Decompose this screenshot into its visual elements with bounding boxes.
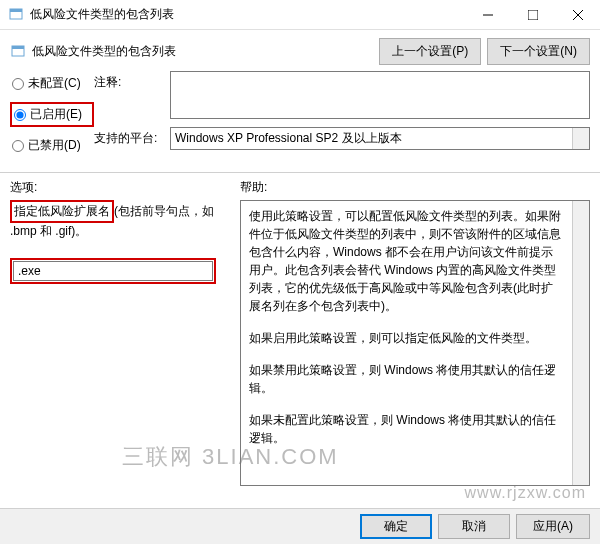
radio-disabled-input[interactable] [12, 140, 24, 152]
radio-not-configured-input[interactable] [12, 78, 24, 90]
radio-enabled-label: 已启用(E) [30, 106, 82, 123]
content-row: 指定低风险扩展名(包括前导句点，如 .bmp 和 .gif)。 使用此策略设置，… [0, 200, 600, 486]
header-section: 低风险文件类型的包含列表 上一个设置(P) 下一个设置(N) 未配置(C) 已启… [0, 30, 600, 166]
policy-icon [10, 44, 26, 60]
extension-label: 指定低风险扩展名 [10, 200, 114, 223]
platform-box: Windows XP Professional SP2 及以上版本 [170, 127, 590, 150]
state-radios: 未配置(C) 已启用(E) 已禁用(D) [10, 71, 94, 156]
next-setting-button[interactable]: 下一个设置(N) [487, 38, 590, 65]
radio-not-configured-label: 未配置(C) [28, 75, 81, 92]
comment-textarea[interactable] [170, 71, 590, 119]
maximize-button[interactable] [510, 0, 555, 29]
help-heading: 帮助: [240, 179, 590, 196]
help-paragraph: 如果禁用此策略设置，则 Windows 将使用其默认的信任逻辑。 [249, 361, 563, 397]
window-title: 低风险文件类型的包含列表 [30, 6, 465, 23]
svg-rect-7 [12, 46, 24, 49]
radio-disabled[interactable]: 已禁用(D) [10, 135, 94, 156]
extension-input-highlight [10, 258, 216, 284]
watermark-sub: www.rjzxw.com [465, 484, 586, 502]
cancel-button[interactable]: 取消 [438, 514, 510, 539]
window-controls [465, 0, 600, 29]
help-paragraph: 使用此策略设置，可以配置低风险文件类型的列表。如果附件位于低风险文件类型的列表中… [249, 207, 563, 315]
close-button[interactable] [555, 0, 600, 29]
platform-value: Windows XP Professional SP2 及以上版本 [175, 131, 402, 145]
svg-rect-1 [10, 9, 22, 12]
help-paragraph: 如果启用此策略设置，则可以指定低风险的文件类型。 [249, 329, 563, 347]
radio-enabled[interactable]: 已启用(E) [10, 102, 94, 127]
ok-button[interactable]: 确定 [360, 514, 432, 539]
help-panel: 使用此策略设置，可以配置低风险文件类型的列表。如果附件位于低风险文件类型的列表中… [240, 200, 590, 486]
radio-disabled-label: 已禁用(D) [28, 137, 81, 154]
minimize-button[interactable] [465, 0, 510, 29]
mid-labels: 选项: 帮助: [0, 173, 600, 200]
app-icon [8, 7, 24, 23]
apply-button[interactable]: 应用(A) [516, 514, 590, 539]
extension-input[interactable] [13, 261, 213, 281]
svg-rect-3 [528, 10, 538, 20]
radio-not-configured[interactable]: 未配置(C) [10, 73, 94, 94]
window-titlebar: 低风险文件类型的包含列表 [0, 0, 600, 30]
previous-setting-button[interactable]: 上一个设置(P) [379, 38, 481, 65]
platform-label: 支持的平台: [94, 127, 162, 147]
policy-title: 低风险文件类型的包含列表 [32, 43, 176, 60]
help-paragraph: 如果未配置此策略设置，则 Windows 将使用其默认的信任逻辑。 [249, 411, 563, 447]
radio-enabled-input[interactable] [14, 109, 26, 121]
dialog-footer: 确定 取消 应用(A) [0, 508, 600, 544]
help-textbox[interactable]: 使用此策略设置，可以配置低风险文件类型的列表。如果附件位于低风险文件类型的列表中… [240, 200, 590, 486]
comment-label: 注释: [94, 71, 162, 91]
options-heading: 选项: [10, 179, 240, 196]
options-panel: 指定低风险扩展名(包括前导句点，如 .bmp 和 .gif)。 [10, 200, 232, 486]
